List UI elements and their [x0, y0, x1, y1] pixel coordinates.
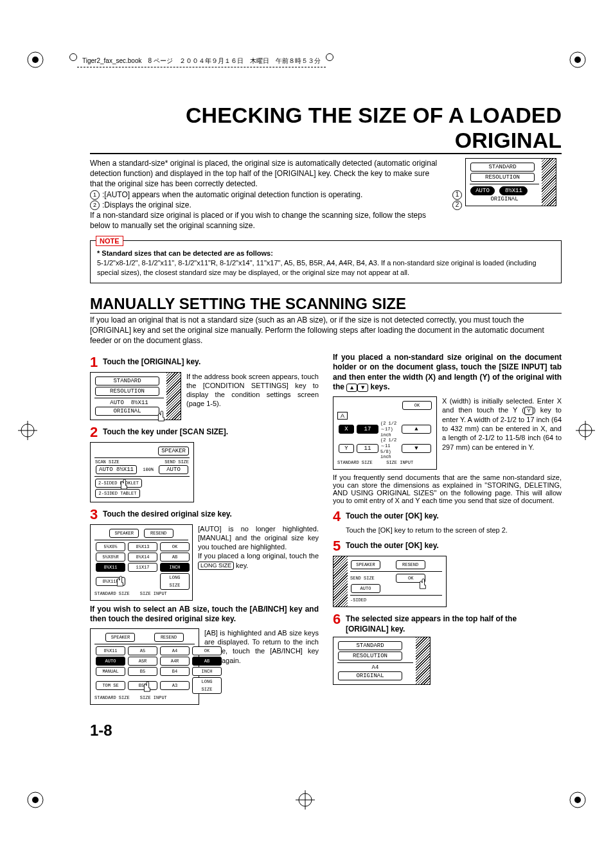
size-button: 8½X14: [128, 553, 157, 562]
circled-1-icon: 1: [90, 190, 100, 200]
intro-text: When a standard-size* original is placed…: [90, 158, 443, 231]
up-arrow-button: ▲: [402, 425, 431, 434]
size-button: 11X17: [128, 563, 157, 572]
size-button: 8½X13: [128, 542, 157, 551]
size-input-description-2: If you frequently send documents that ar…: [333, 474, 562, 504]
auto-badge: AUTO: [470, 186, 495, 195]
standard-size-tab: STANDARD SIZE: [94, 591, 130, 596]
size-button: B4: [160, 667, 190, 676]
resolution-button: RESOLUTION: [95, 387, 159, 396]
pointer-hand-icon: [155, 411, 166, 422]
long-size-key-icon: LONG SIZE: [198, 562, 234, 570]
circled-2-icon: 2: [90, 200, 100, 210]
x-range-label: (2 1/2～17) inch: [380, 421, 400, 438]
long-size-button: LONG SIZE: [160, 573, 190, 590]
ab-button-selected: AB: [192, 657, 222, 666]
size-button: B5: [128, 667, 157, 676]
size-input-tab: SIZE INPUT: [140, 695, 167, 700]
send-size-label: SEND SIZE: [350, 576, 375, 581]
auto-label: AUTO: [110, 400, 124, 406]
original-label: ORIGINAL: [470, 196, 539, 202]
pointer-hand-icon: [114, 576, 125, 587]
inch-button: INCH: [192, 667, 222, 676]
page-title: CHECKING THE SIZE OF A LOADED ORIGINAL: [90, 103, 562, 154]
resend-button: RESEND: [144, 529, 173, 538]
note-body-text: 5-1/2"x8-1/2", 8-1/2"x11", 8-1/2"x11"R, …: [97, 259, 537, 276]
step-6-title: The selected size appears in the top hal…: [346, 612, 562, 634]
step-3-title: Touch the desired original size key.: [103, 508, 319, 522]
resend-button: RESEND: [396, 560, 425, 569]
size-button: A4R: [160, 657, 190, 666]
step-number-1: 1: [90, 355, 103, 369]
step-4-description: Touch the [OK] key to return to the scre…: [346, 526, 562, 534]
step-5-title: Touch the outer [OK] key.: [346, 539, 562, 553]
size-button: 5½X8½R: [96, 553, 125, 562]
step-number-3: 3: [90, 508, 103, 522]
auto-button: AUTO: [351, 584, 380, 593]
standard-label: STANDARD: [95, 376, 159, 385]
ab-size-screenshot: SPEAKER RESEND 8½X11 A5 A4 OK AUTO: [90, 628, 199, 705]
standard-label: STANDARD: [338, 641, 402, 650]
manual-button: MANUAL: [96, 667, 125, 676]
ab-size-instruction: If you wish to select an AB size, touch …: [90, 605, 319, 624]
step-4-title: Touch the outer [OK] key.: [346, 509, 562, 524]
step-1-title: Touch the [ORIGINAL] key.: [103, 355, 319, 369]
speaker-button: SPEAKER: [351, 560, 380, 569]
step-3-description: [AUTO] is no longer highlighted. [MANUAL…: [198, 524, 319, 601]
step-6-screenshot: STANDARD RESOLUTION A4 ORIGINAL: [333, 637, 431, 685]
scan-size-label: SCAN SIZE: [94, 459, 142, 465]
intro-list-item-1: :[AUTO] appears when the automatic origi…: [102, 190, 362, 199]
send-size-label: SEND SIZE: [155, 459, 190, 465]
step-number-6: 6: [333, 612, 346, 634]
down-arrow-key-icon: ▼: [357, 384, 368, 392]
step-2-title: Touch the key under [SCAN SIZE].: [103, 425, 319, 439]
ok-button: OK: [402, 401, 432, 410]
resend-button: RESEND: [154, 633, 184, 642]
step-number-5: 5: [333, 539, 346, 553]
size-button: A5: [128, 646, 157, 655]
resolution-button: RESOLUTION: [338, 651, 402, 660]
intro-paragraph-1: When a standard-size* original is placed…: [90, 159, 437, 188]
y-range-label: (2 1/2～11 5/8) inch: [380, 438, 400, 459]
note-label: NOTE: [96, 236, 123, 247]
size-button: A5R: [128, 657, 157, 666]
y-key-icon: Y: [524, 407, 533, 415]
intro-paragraph-2: If a non-standard size original is place…: [90, 211, 426, 230]
note-bold-line: * Standard sizes that can be detected ar…: [97, 249, 273, 257]
standard-size-tab: STANDARD SIZE: [94, 695, 130, 700]
scan-size-button: AUTO 8½X11: [96, 465, 137, 474]
size-badge: 8½X11: [499, 186, 528, 195]
ratio-label: 100%: [142, 465, 155, 475]
size-button: A4: [160, 646, 190, 655]
up-arrow-key-icon: ▲: [346, 384, 357, 392]
size-button: 8½X11: [96, 646, 125, 655]
original-button: ORIGINAL: [338, 671, 402, 680]
down-arrow-button: ▼: [402, 444, 431, 453]
section-title: MANUALLY SETTING THE SCANNING SIZE: [90, 295, 562, 314]
size-input-screenshot: OK A X 17 (2 1/2～17) inch ▲ Y 11 (2 1/2～…: [333, 396, 437, 470]
x-button-selected: X: [339, 425, 354, 434]
size-button-selected: 8½X11: [96, 563, 125, 572]
step-1-screenshot: STANDARD RESOLUTION AUTO 8½X11 ORIGINAL: [90, 372, 181, 420]
ok-button: OK: [160, 542, 190, 551]
step-1-description: If the address book screen appears, touc…: [186, 372, 319, 420]
size-button: 5½X8½: [96, 542, 125, 551]
minus-sided-label: -SIDED: [350, 598, 366, 603]
step-number-4: 4: [333, 509, 346, 524]
size-label-a4: A4: [337, 664, 413, 671]
step-2-screenshot: SPEAKER SCAN SIZE SEND SIZE AUTO 8½X11 1…: [90, 442, 194, 502]
resolution-button: RESOLUTION: [470, 173, 535, 182]
size-input-instruction: If you placed a non-standard size origin…: [333, 353, 562, 393]
intro-list-item-2: :Displays the original size.: [102, 200, 191, 209]
step-5-screenshot: SPEAKER RESEND SEND SIZE OK AUTO -SIDED: [333, 556, 447, 607]
y-button: Y: [339, 444, 354, 453]
speaker-button: SPEAKER: [105, 633, 135, 642]
tom-se-button: TOM SE: [96, 681, 125, 690]
x-value: 17: [357, 425, 378, 434]
step-number-2: 2: [90, 425, 103, 439]
standard-size-tab: STANDARD SIZE: [337, 460, 373, 465]
size-input-description-1: X (width) is initially selected. Enter X…: [442, 396, 562, 470]
size-input-tab: SIZE INPUT: [386, 460, 413, 465]
y-value: 11: [357, 444, 378, 453]
send-size-button: AUTO: [159, 465, 188, 474]
